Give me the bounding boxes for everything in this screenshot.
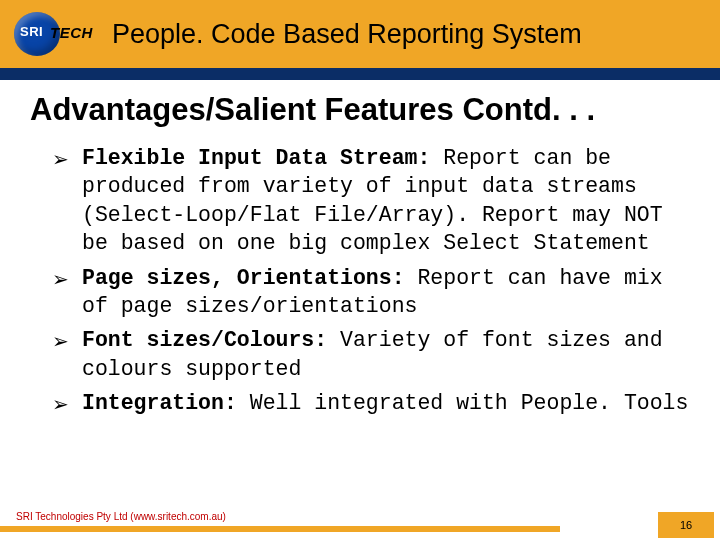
footer-bar xyxy=(0,526,560,532)
page-number: 16 xyxy=(680,519,692,531)
logo: SRI TECH xyxy=(14,12,88,56)
list-item: Page sizes, Orientations: Report can hav… xyxy=(58,264,692,321)
logo-text-tech: TECH xyxy=(50,24,93,41)
footer-text: SRI Technologies Pty Ltd (www.sritech.co… xyxy=(16,511,226,522)
title-band: SRI TECH People. Code Based Reporting Sy… xyxy=(0,0,720,68)
bullet-lead: Flexible Input Data Stream: xyxy=(82,146,430,170)
page-number-box: 16 xyxy=(658,512,714,538)
list-item: Flexible Input Data Stream: Report can b… xyxy=(58,144,692,258)
bullet-lead: Integration: xyxy=(82,391,237,415)
bullet-lead: Page sizes, Orientations: xyxy=(82,266,405,290)
content-area: Advantages/Salient Features Contd. . . F… xyxy=(0,80,720,417)
bullet-lead: Font sizes/Colours: xyxy=(82,328,327,352)
divider-bar xyxy=(0,68,720,80)
logo-text-sri: SRI xyxy=(20,24,43,39)
slide: SRI TECH People. Code Based Reporting Sy… xyxy=(0,0,720,540)
bullet-list: Flexible Input Data Stream: Report can b… xyxy=(30,144,692,417)
list-item: Font sizes/Colours: Variety of font size… xyxy=(58,326,692,383)
list-item: Integration: Well integrated with People… xyxy=(58,389,692,417)
page-heading: Advantages/Salient Features Contd. . . xyxy=(30,92,692,128)
slide-title: People. Code Based Reporting System xyxy=(112,19,582,50)
bullet-body: Well integrated with People. Tools xyxy=(237,391,689,415)
